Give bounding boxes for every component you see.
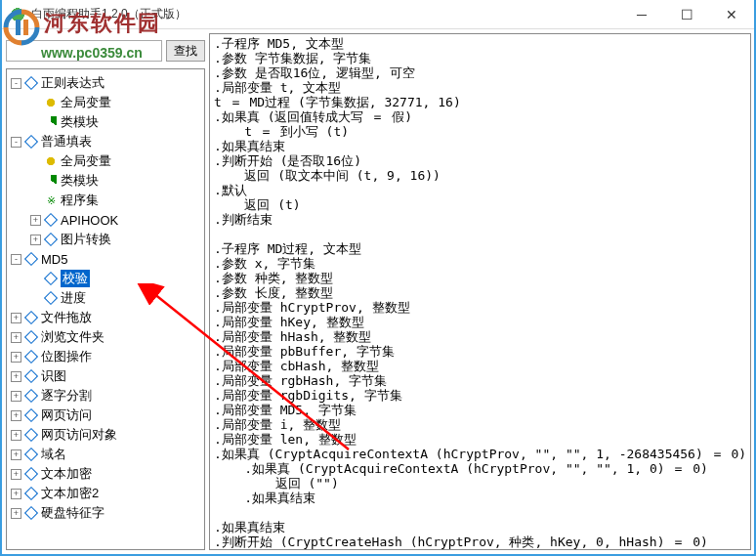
titlebar: 白雨编程助手1.2.0（正式版） ─ ☐ ✕ — [2, 0, 754, 29]
tree-node[interactable]: 类模块 — [7, 171, 204, 191]
tree-node[interactable]: 全局变量 — [7, 151, 204, 171]
diamond-icon — [25, 312, 37, 323]
expand-icon[interactable]: + — [11, 313, 21, 323]
tree-spacer — [30, 176, 41, 187]
expand-icon[interactable]: + — [30, 235, 41, 245]
tree-node[interactable]: +识图 — [7, 366, 204, 386]
module-icon — [45, 175, 57, 187]
diamond-icon — [25, 429, 37, 441]
search-button[interactable]: 查找 — [166, 40, 205, 62]
tree-spacer — [30, 293, 41, 304]
tree-node[interactable]: +APIHOOK — [7, 210, 204, 230]
tree-spacer — [30, 274, 41, 284]
diamond-icon — [25, 77, 37, 89]
expand-icon[interactable]: + — [11, 449, 21, 460]
code-content: .子程序 MD5, 文本型 .参数 字节集数据, 字节集 .参数 是否取16位,… — [210, 34, 750, 550]
tree-node[interactable]: 全局变量 — [7, 93, 204, 112]
expand-icon[interactable]: + — [11, 469, 21, 480]
tree-label: 识图 — [41, 367, 66, 385]
search-input[interactable] — [6, 40, 162, 62]
tree-node[interactable]: -正则表达式 — [7, 73, 204, 93]
module-icon — [45, 116, 57, 128]
diamond-icon — [45, 214, 57, 226]
tree-spacer — [30, 98, 41, 108]
diamond-icon — [25, 253, 37, 265]
diamond-icon — [25, 331, 37, 343]
tree-node[interactable]: +浏览文件夹 — [7, 327, 204, 347]
tree-label: 域名 — [41, 446, 66, 463]
tree-label: 文件拖放 — [41, 309, 92, 326]
expand-icon[interactable]: + — [11, 352, 21, 363]
code-view[interactable]: .子程序 MD5, 文本型 .参数 字节集数据, 字节集 .参数 是否取16位,… — [209, 33, 751, 550]
tree-node[interactable]: +图片转换 — [7, 230, 204, 249]
diamond-icon — [25, 409, 37, 421]
collapse-icon[interactable]: - — [11, 254, 21, 265]
tree-node[interactable]: +位图操作 — [7, 347, 204, 366]
tree-label: 逐字分割 — [41, 387, 92, 405]
tree-label: 网页访问对象 — [41, 426, 117, 444]
tree-node[interactable]: 校验 — [7, 269, 204, 288]
tree-label: 硬盘特征字 — [41, 504, 105, 522]
tree-label: 文本加密2 — [41, 485, 99, 502]
tree-node[interactable]: 类模块 — [7, 112, 204, 132]
expand-icon[interactable]: + — [11, 508, 21, 519]
circle-icon — [45, 97, 57, 108]
collapse-icon[interactable]: - — [11, 137, 21, 148]
diamond-icon — [25, 136, 37, 148]
collapse-icon[interactable]: - — [11, 78, 21, 89]
minimize-button[interactable]: ─ — [619, 0, 664, 29]
tree-node[interactable]: +文本加密 — [7, 464, 204, 484]
tree-label: 校验 — [61, 270, 90, 287]
tree-node[interactable]: +文件拖放 — [7, 308, 204, 327]
tree-node[interactable]: +网页访问对象 — [7, 425, 204, 445]
right-panel: .子程序 MD5, 文本型 .参数 字节集数据, 字节集 .参数 是否取16位,… — [209, 29, 755, 554]
tree-label: APIHOOK — [61, 213, 118, 228]
diamond-icon — [45, 273, 57, 284]
tree-node[interactable]: +网页访问 — [7, 406, 204, 425]
tree-spacer — [30, 195, 41, 206]
tree-spacer — [30, 156, 41, 167]
expand-icon[interactable]: + — [11, 489, 21, 499]
tree-view[interactable]: -正则表达式全局变量类模块-普通填表全局变量类模块※程序集+APIHOOK+图片… — [6, 68, 205, 550]
tree-node[interactable]: +硬盘特征字 — [7, 503, 204, 523]
app-icon — [10, 7, 25, 22]
tree-node[interactable]: +逐字分割 — [7, 386, 204, 406]
tree-node[interactable]: +文本加密2 — [7, 484, 204, 503]
expand-icon[interactable]: + — [30, 215, 41, 226]
tree-label: 全局变量 — [61, 152, 111, 170]
tree-node[interactable]: +域名 — [7, 445, 204, 464]
expand-icon[interactable]: + — [11, 410, 21, 421]
star-icon: ※ — [45, 194, 57, 206]
diamond-icon — [25, 488, 37, 499]
expand-icon[interactable]: + — [11, 391, 21, 402]
window-title: 白雨编程助手1.2.0（正式版） — [31, 6, 187, 22]
diamond-icon — [45, 234, 57, 245]
diamond-icon — [45, 292, 57, 304]
left-panel: 查找 -正则表达式全局变量类模块-普通填表全局变量类模块※程序集+APIHOOK… — [2, 29, 209, 554]
tree-label: 浏览文件夹 — [41, 328, 105, 346]
tree-label: 图片转换 — [61, 231, 111, 248]
diamond-icon — [25, 507, 37, 519]
expand-icon[interactable]: + — [11, 430, 21, 441]
tree-label: 位图操作 — [41, 348, 92, 365]
tree-label: 进度 — [61, 289, 86, 307]
tree-label: 类模块 — [61, 172, 99, 190]
diamond-icon — [25, 449, 37, 460]
maximize-button[interactable]: ☐ — [664, 0, 709, 29]
tree-label: 网页访问 — [41, 406, 92, 424]
tree-node[interactable]: ※程序集 — [7, 191, 204, 210]
diamond-icon — [25, 390, 37, 402]
tree-label: 全局变量 — [61, 94, 111, 111]
tree-node[interactable]: -MD5 — [7, 249, 204, 269]
tree-node[interactable]: -普通填表 — [7, 132, 204, 151]
circle-icon — [45, 155, 57, 167]
tree-node[interactable]: 进度 — [7, 288, 204, 308]
close-button[interactable]: ✕ — [709, 0, 754, 29]
tree-label: MD5 — [41, 252, 67, 267]
tree-spacer — [30, 117, 41, 128]
tree-label: 类模块 — [61, 113, 99, 131]
tree-label: 程序集 — [61, 192, 99, 209]
expand-icon[interactable]: + — [11, 371, 21, 382]
diamond-icon — [25, 351, 37, 363]
expand-icon[interactable]: + — [11, 332, 21, 343]
